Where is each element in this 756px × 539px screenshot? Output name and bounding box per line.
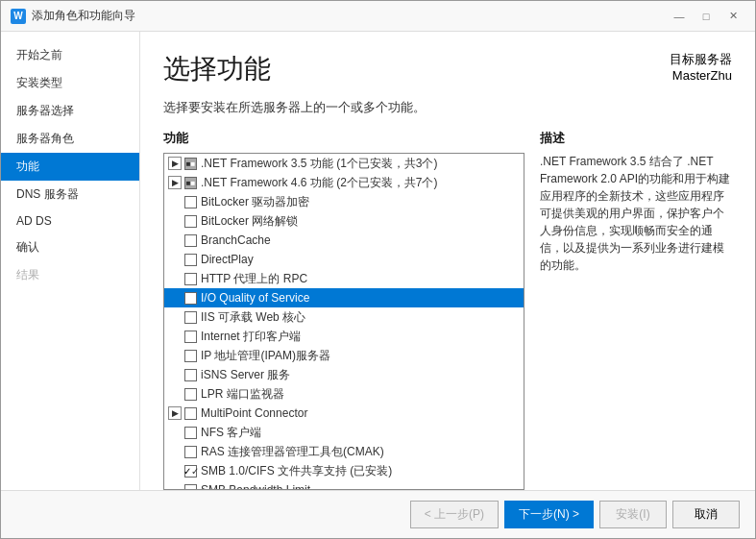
checkbox-bitlocker-drive[interactable] [184, 196, 197, 208]
feature-row-ip-mgmt[interactable]: IP 地址管理(IPAM)服务器 [164, 346, 524, 365]
description-text: .NET Framework 3.5 结合了 .NET Framework 2.… [540, 153, 732, 274]
titlebar-left: W 添加角色和功能向导 [11, 8, 135, 24]
sidebar-item-install-type[interactable]: 安装类型 [1, 69, 139, 97]
feature-row-branchcache[interactable]: BranchCache [164, 231, 524, 250]
feature-label-bitlocker-drive: BitLocker 驱动器加密 [201, 194, 309, 210]
feature-row-ras[interactable]: RAS 连接管理器管理工具包(CMAK) [164, 442, 524, 461]
titlebar: W 添加角色和功能向导 — □ ✕ [1, 1, 755, 32]
checkbox-net46[interactable]: ■ [184, 177, 197, 189]
sidebar-item-dns[interactable]: DNS 服务器 [1, 181, 139, 208]
feature-label-smb1: SMB 1.0/CIFS 文件共享支持 (已安装) [201, 463, 392, 479]
feature-label-branchcache: BranchCache [201, 233, 271, 247]
expand-btn-multipoint[interactable]: ▶ [168, 406, 182, 420]
checkbox-smb-bw[interactable] [184, 484, 197, 490]
maximize-button[interactable]: □ [694, 7, 719, 26]
feature-row-smb1[interactable]: ✓SMB 1.0/CIFS 文件共享支持 (已安装) [164, 461, 524, 480]
checkbox-ip-mgmt[interactable] [184, 350, 197, 362]
feature-row-iis-web[interactable]: IIS 可承载 Web 核心 [164, 307, 524, 327]
features-scrollable[interactable]: ▶■.NET Framework 3.5 功能 (1个已安装，共3个)▶■.NE… [164, 154, 524, 489]
feature-label-ras: RAS 连接管理器管理工具包(CMAK) [201, 444, 384, 460]
target-server-value: MasterZhu [670, 68, 732, 83]
footer: < 上一步(P) 下一步(N) > 安装(I) 取消 [1, 490, 755, 538]
feature-label-smb-bw: SMB Bandwidth Limit [201, 483, 310, 489]
feature-row-io-qos[interactable]: I/O Quality of Service [164, 288, 524, 307]
page-title: 选择功能 [163, 51, 732, 87]
page-header: 选择功能 目标服务器 MasterZhu [163, 51, 732, 87]
feature-row-net35[interactable]: ▶■.NET Framework 3.5 功能 (1个已安装，共3个) [164, 154, 524, 173]
feature-row-internet-print[interactable]: Internet 打印客户端 [164, 327, 524, 346]
feature-row-isns[interactable]: iSNS Server 服务 [164, 365, 524, 384]
feature-label-io-qos: I/O Quality of Service [201, 291, 309, 305]
expand-btn-net46[interactable]: ▶ [168, 176, 182, 189]
checkbox-nfs[interactable] [184, 427, 197, 439]
checkbox-io-qos[interactable] [184, 292, 197, 305]
checkbox-directplay[interactable] [184, 254, 197, 266]
cancel-button[interactable]: 取消 [672, 501, 740, 528]
checkbox-iis-web[interactable] [184, 311, 197, 324]
feature-label-directplay: DirectPlay [201, 253, 254, 266]
back-button[interactable]: < 上一步(P) [410, 501, 499, 528]
target-server-label: 目标服务器 [670, 51, 732, 68]
main-panel: 选择功能 目标服务器 MasterZhu 选择要安装在所选服务器上的一个或多个功… [140, 32, 755, 490]
feature-label-lpr: LPR 端口监视器 [201, 386, 284, 403]
checkbox-http-rpc[interactable] [184, 273, 197, 285]
feature-row-bitlocker-drive[interactable]: BitLocker 驱动器加密 [164, 192, 524, 211]
instruction-text: 选择要安装在所选服务器上的一个或多个功能。 [163, 99, 732, 116]
expand-btn-net35[interactable]: ▶ [168, 157, 182, 170]
sidebar-item-features[interactable]: 功能 [1, 153, 139, 181]
sidebar-item-server-select[interactable]: 服务器选择 [1, 97, 139, 125]
features-list[interactable]: ▶■.NET Framework 3.5 功能 (1个已安装，共3个)▶■.NE… [163, 153, 524, 490]
sidebar-item-result: 结果 [1, 261, 139, 289]
description-label: 描述 [540, 130, 732, 147]
feature-label-net35: .NET Framework 3.5 功能 (1个已安装，共3个) [201, 156, 437, 172]
feature-label-bitlocker-net: BitLocker 网络解锁 [201, 213, 298, 230]
features-section: 功能 ▶■.NET Framework 3.5 功能 (1个已安装，共3个)▶■… [163, 130, 524, 490]
main-window: W 添加角色和功能向导 — □ ✕ 开始之前安装类型服务器选择服务器角色功能DN… [0, 0, 756, 539]
checkbox-isns[interactable] [184, 369, 197, 381]
sidebar-item-confirm[interactable]: 确认 [1, 233, 139, 261]
checkbox-lpr[interactable] [184, 388, 197, 401]
feature-row-lpr[interactable]: LPR 端口监视器 [164, 384, 524, 404]
feature-row-bitlocker-net[interactable]: BitLocker 网络解锁 [164, 211, 524, 231]
install-button[interactable]: 安装(I) [599, 501, 667, 528]
feature-label-internet-print: Internet 打印客户端 [201, 329, 301, 345]
feature-label-iis-web: IIS 可承载 Web 核心 [201, 309, 305, 326]
feature-row-http-rpc[interactable]: HTTP 代理上的 RPC [164, 269, 524, 288]
feature-row-smb-bw[interactable]: SMB Bandwidth Limit [164, 480, 524, 489]
sidebar-item-start[interactable]: 开始之前 [1, 41, 139, 69]
titlebar-title: 添加角色和功能向导 [32, 8, 135, 24]
sidebar-item-adds[interactable]: AD DS [1, 208, 139, 233]
sidebar: 开始之前安装类型服务器选择服务器角色功能DNS 服务器AD DS确认结果 [1, 32, 140, 490]
feature-label-nfs: NFS 客户端 [201, 425, 261, 441]
feature-row-multipoint[interactable]: ▶MultiPoint Connector [164, 404, 524, 423]
feature-row-nfs[interactable]: NFS 客户端 [164, 423, 524, 442]
checkbox-smb1[interactable]: ✓ [184, 465, 197, 478]
minimize-button[interactable]: — [667, 7, 692, 26]
feature-label-ip-mgmt: IP 地址管理(IPAM)服务器 [201, 348, 330, 364]
checkbox-bitlocker-net[interactable] [184, 215, 197, 228]
description-section: 描述 .NET Framework 3.5 结合了 .NET Framework… [540, 130, 732, 490]
checkbox-branchcache[interactable] [184, 234, 197, 247]
checkbox-multipoint[interactable] [184, 407, 197, 420]
checkbox-ras[interactable] [184, 446, 197, 458]
feature-row-net46[interactable]: ▶■.NET Framework 4.6 功能 (2个已安装，共7个) [164, 173, 524, 192]
feature-row-directplay[interactable]: DirectPlay [164, 250, 524, 269]
app-icon: W [11, 9, 26, 24]
next-button[interactable]: 下一步(N) > [504, 501, 594, 528]
body-columns: 功能 ▶■.NET Framework 3.5 功能 (1个已安装，共3个)▶■… [163, 130, 732, 490]
content-area: 开始之前安装类型服务器选择服务器角色功能DNS 服务器AD DS确认结果 选择功… [1, 32, 755, 490]
checkbox-internet-print[interactable] [184, 331, 197, 343]
checkbox-net35[interactable]: ■ [184, 158, 197, 170]
features-label: 功能 [163, 130, 524, 147]
feature-label-net46: .NET Framework 4.6 功能 (2个已安装，共7个) [201, 175, 437, 191]
feature-label-isns: iSNS Server 服务 [201, 367, 290, 383]
feature-label-multipoint: MultiPoint Connector [201, 406, 307, 420]
feature-label-http-rpc: HTTP 代理上的 RPC [201, 271, 307, 287]
close-button[interactable]: ✕ [720, 7, 745, 26]
sidebar-item-server-roles[interactable]: 服务器角色 [1, 125, 139, 153]
target-server-info: 目标服务器 MasterZhu [670, 51, 732, 83]
titlebar-controls: — □ ✕ [667, 7, 745, 26]
